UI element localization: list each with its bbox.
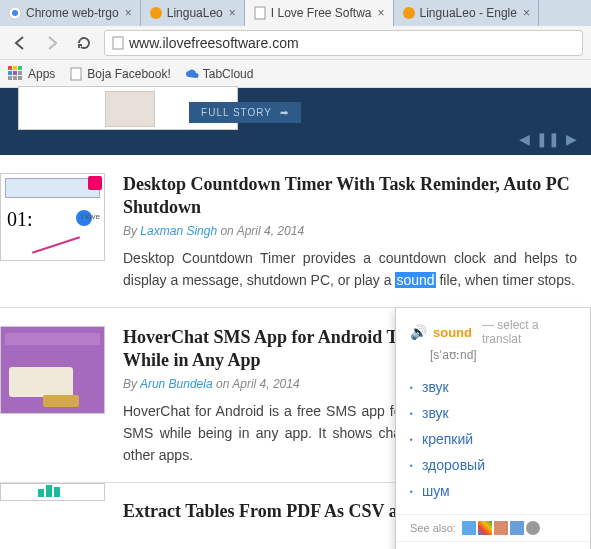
apps-button[interactable]: Apps bbox=[8, 66, 55, 82]
lingualeo-icon bbox=[402, 6, 416, 20]
article-title[interactable]: Extract Tables From PDF As CSV and bbox=[123, 483, 432, 530]
svg-point-4 bbox=[403, 7, 415, 19]
back-button[interactable] bbox=[8, 31, 32, 55]
dict-icon-4[interactable] bbox=[510, 521, 524, 535]
full-story-label: FULL STORY bbox=[201, 107, 272, 118]
popup-word: sound bbox=[433, 325, 472, 340]
thumb-love-text: I love bbox=[81, 212, 100, 221]
translation-item[interactable]: крепкий bbox=[396, 426, 590, 452]
bookmark-label: Boja Facebook! bbox=[87, 67, 170, 81]
tab-label: LinguaLeo bbox=[167, 6, 223, 20]
translation-item[interactable]: звук bbox=[396, 374, 590, 400]
translation-list: звук звук крепкий здоровый шум bbox=[396, 370, 590, 514]
article-1: I love Desktop Countdown Timer With Task… bbox=[0, 155, 591, 308]
url-bar[interactable]: www.ilovefreesoftware.com bbox=[104, 30, 583, 56]
svg-point-1 bbox=[12, 10, 18, 16]
svg-rect-9 bbox=[54, 487, 60, 497]
bookmark-label: TabCloud bbox=[203, 67, 254, 81]
article-thumbnail[interactable] bbox=[0, 483, 105, 501]
close-icon[interactable]: × bbox=[378, 6, 385, 20]
hero-controls: ◀ ❚❚ ▶ bbox=[519, 131, 577, 147]
apps-icon bbox=[8, 66, 24, 82]
svg-point-2 bbox=[150, 7, 162, 19]
pause-icon[interactable]: ❚❚ bbox=[536, 131, 560, 147]
browser-tab-bar: Chrome web-trgo × LinguaLeo × I Love Fre… bbox=[0, 0, 591, 26]
forward-button[interactable] bbox=[40, 31, 64, 55]
tab-label: Chrome web-trgo bbox=[26, 6, 119, 20]
reload-button[interactable] bbox=[72, 31, 96, 55]
article-date: April 4, 2014 bbox=[237, 224, 304, 238]
svg-rect-7 bbox=[38, 489, 44, 497]
translation-item[interactable]: звук bbox=[396, 400, 590, 426]
article-date: April 4, 2014 bbox=[232, 377, 299, 391]
dict-icon-2[interactable] bbox=[478, 521, 492, 535]
tab-lingualeo-engle[interactable]: LinguaLeo - Engle × bbox=[394, 0, 539, 26]
svg-rect-8 bbox=[46, 485, 52, 497]
tab-label: I Love Free Softwa bbox=[271, 6, 372, 20]
svg-rect-6 bbox=[71, 68, 81, 80]
dict-icon-3[interactable] bbox=[494, 521, 508, 535]
close-icon[interactable]: × bbox=[229, 6, 236, 20]
highlighted-word[interactable]: sound bbox=[395, 272, 435, 288]
tab-ilovefreesoftware[interactable]: I Love Free Softwa × bbox=[245, 0, 394, 26]
dict-icon-1[interactable] bbox=[462, 521, 476, 535]
phonetic-text: [sˈaʊːnd] bbox=[430, 348, 576, 362]
author-link[interactable]: Arun Bundela bbox=[140, 377, 213, 391]
close-icon[interactable]: × bbox=[523, 6, 530, 20]
own-translation-input[interactable]: or type own translation, press bbox=[396, 541, 590, 549]
next-icon[interactable]: ▶ bbox=[566, 131, 577, 147]
svg-rect-5 bbox=[113, 37, 123, 49]
see-also-label: See also: bbox=[410, 522, 456, 534]
cloud-icon bbox=[185, 68, 199, 80]
author-link[interactable]: Laxman Singh bbox=[140, 224, 217, 238]
see-also-row: See also: bbox=[396, 514, 590, 541]
apps-label: Apps bbox=[28, 67, 55, 81]
article-meta: By Laxman Singh on April 4, 2014 bbox=[123, 224, 577, 238]
translation-item[interactable]: здоровый bbox=[396, 452, 590, 478]
tab-chrome-web[interactable]: Chrome web-trgo × bbox=[0, 0, 141, 26]
chrome-icon bbox=[8, 6, 22, 20]
prev-icon[interactable]: ◀ bbox=[519, 131, 530, 147]
bookmark-bar: Apps Boja Facebook! TabCloud bbox=[0, 60, 591, 88]
translation-item[interactable]: шум bbox=[396, 478, 590, 504]
article-title[interactable]: Desktop Countdown Timer With Task Remind… bbox=[123, 173, 577, 218]
translation-popup: 🔊 sound — select a translat [sˈaʊːnd] зв… bbox=[395, 308, 591, 549]
url-text: www.ilovefreesoftware.com bbox=[129, 35, 576, 51]
article-summary: Desktop Countdown Timer provides a count… bbox=[123, 248, 577, 291]
page-icon bbox=[69, 67, 83, 81]
speaker-icon[interactable]: 🔊 bbox=[410, 324, 427, 340]
hero-banner: FULL STORY ➡ ◀ ❚❚ ▶ bbox=[0, 88, 591, 155]
bookmark-boja[interactable]: Boja Facebook! bbox=[69, 67, 170, 81]
tab-label: LinguaLeo - Engle bbox=[420, 6, 517, 20]
see-also-icons bbox=[462, 521, 540, 535]
tab-lingualeo[interactable]: LinguaLeo × bbox=[141, 0, 245, 26]
page-icon bbox=[111, 36, 125, 50]
close-icon[interactable]: × bbox=[125, 6, 132, 20]
full-story-button[interactable]: FULL STORY ➡ bbox=[189, 102, 301, 123]
dict-icon-5[interactable] bbox=[526, 521, 540, 535]
bookmark-tabcloud[interactable]: TabCloud bbox=[185, 67, 254, 81]
lingualeo-icon bbox=[149, 6, 163, 20]
article-thumbnail[interactable]: I love bbox=[0, 173, 105, 261]
page-icon bbox=[253, 6, 267, 20]
arrow-right-icon: ➡ bbox=[280, 107, 289, 118]
nav-bar: www.ilovefreesoftware.com bbox=[0, 26, 591, 60]
popup-hint: — select a translat bbox=[482, 318, 576, 346]
article-thumbnail[interactable] bbox=[0, 326, 105, 414]
svg-rect-3 bbox=[255, 7, 265, 19]
